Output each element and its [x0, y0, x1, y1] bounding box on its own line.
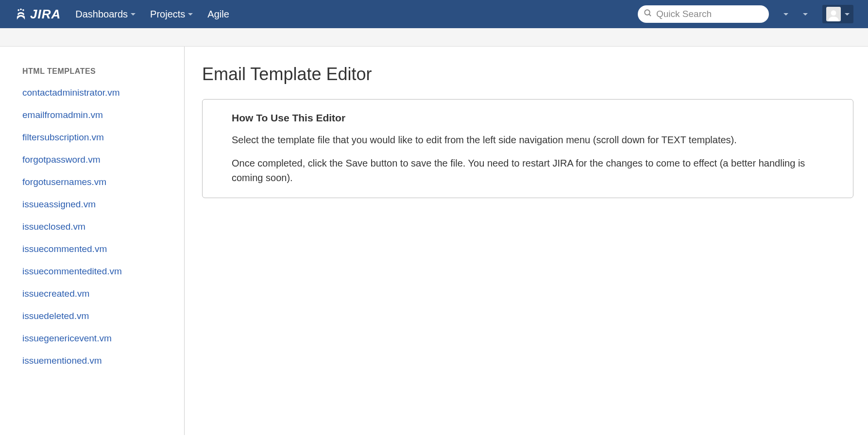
template-link[interactable]: issuedeleted.vm: [22, 311, 89, 321]
template-link[interactable]: forgotpassword.vm: [22, 154, 101, 165]
page-layout: HTML TEMPLATES contactadministrator.vm e…: [0, 47, 868, 435]
nav-dashboards[interactable]: Dashboards: [75, 9, 136, 20]
nav-label: Projects: [150, 9, 185, 20]
info-panel-heading: How To Use This Editor: [232, 112, 838, 124]
top-navigation: JIRA Dashboards Projects Agile: [0, 0, 868, 28]
template-link[interactable]: filtersubscription.vm: [22, 132, 104, 142]
template-link[interactable]: issuecommented.vm: [22, 244, 107, 254]
template-list: contactadministrator.vm emailfromadmin.v…: [22, 87, 184, 366]
chevron-down-icon: [845, 13, 850, 16]
primary-nav: Dashboards Projects Agile: [75, 9, 229, 20]
topbar-right: [783, 5, 853, 23]
svg-point-0: [17, 9, 19, 11]
nav-agile[interactable]: Agile: [207, 9, 229, 20]
info-panel-text: Once completed, click the Save button to…: [232, 156, 838, 185]
nav-label: Agile: [207, 9, 229, 20]
template-link[interactable]: issuecommentedited.vm: [22, 266, 122, 276]
header-menu-1[interactable]: [783, 13, 788, 16]
template-link[interactable]: contactadministrator.vm: [22, 87, 120, 98]
user-menu[interactable]: [822, 5, 853, 23]
search-icon: [644, 9, 652, 20]
template-link[interactable]: emailfromadmin.vm: [22, 110, 103, 120]
sidebar-heading: HTML TEMPLATES: [22, 67, 184, 76]
template-link[interactable]: issueclosed.vm: [22, 221, 85, 232]
svg-point-2: [22, 9, 24, 11]
jira-logo[interactable]: JIRA: [15, 7, 61, 22]
chevron-down-icon: [188, 13, 193, 16]
avatar-icon: [826, 7, 841, 21]
sidebar: HTML TEMPLATES contactadministrator.vm e…: [0, 47, 185, 435]
jira-logo-icon: [15, 8, 27, 20]
svg-point-3: [645, 10, 650, 15]
info-panel: How To Use This Editor Select the templa…: [202, 99, 853, 198]
info-panel-text: Select the template file that you would …: [232, 133, 838, 147]
template-link[interactable]: forgotusernames.vm: [22, 177, 106, 187]
main-content: Email Template Editor How To Use This Ed…: [185, 47, 868, 435]
template-link[interactable]: issuegenericevent.vm: [22, 333, 112, 343]
logo-text: JIRA: [30, 7, 61, 22]
nav-label: Dashboards: [75, 9, 128, 20]
template-link[interactable]: issueassigned.vm: [22, 199, 96, 209]
svg-point-5: [831, 10, 836, 16]
quick-search[interactable]: [638, 5, 769, 23]
search-input[interactable]: [656, 9, 763, 19]
template-link[interactable]: issuecreated.vm: [22, 288, 89, 299]
svg-line-4: [649, 14, 651, 16]
header-menu-2[interactable]: [803, 13, 808, 16]
nav-projects[interactable]: Projects: [150, 9, 193, 20]
template-link[interactable]: issuementioned.vm: [22, 355, 102, 366]
svg-point-1: [20, 8, 22, 10]
page-title: Email Template Editor: [202, 64, 853, 84]
chevron-down-icon: [131, 13, 136, 16]
sub-header-bar: [0, 28, 868, 47]
